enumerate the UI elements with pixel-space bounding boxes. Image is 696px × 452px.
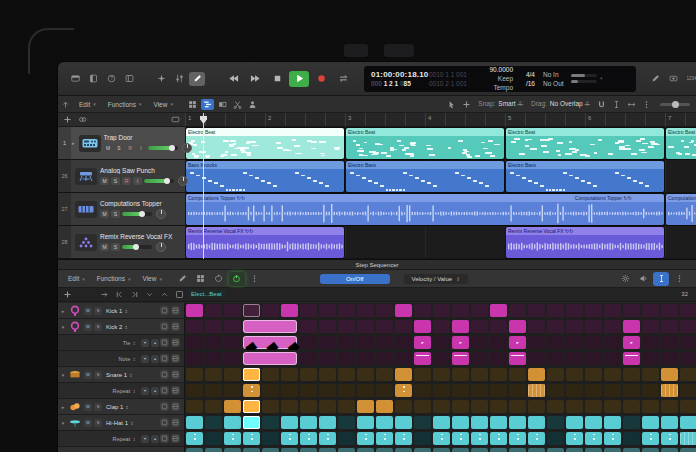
pan-knob[interactable] (156, 209, 166, 219)
step-cell[interactable] (528, 320, 545, 333)
step-cell[interactable] (414, 400, 431, 413)
back-icon[interactable] (59, 99, 72, 110)
step-cell[interactable] (338, 336, 355, 349)
region-computations-topper[interactable]: Computations Topper ↻↻Computations Toppe… (186, 194, 664, 225)
row-pattern-icon[interactable] (160, 402, 169, 411)
step-cell[interactable] (547, 336, 564, 349)
step-cell[interactable] (509, 304, 526, 317)
step-cell[interactable] (623, 368, 640, 381)
step-cell[interactable] (661, 416, 678, 429)
step-cell[interactable] (300, 416, 317, 429)
drag-dropdown[interactable]: Drag:No Overlap ⇕ (531, 100, 590, 108)
pattern-length-badge[interactable]: 32 (681, 291, 688, 297)
zoom-slider[interactable] (660, 103, 690, 106)
live-pattern-icon[interactable] (229, 272, 245, 286)
step-cell[interactable] (224, 384, 241, 397)
step-cell[interactable] (528, 448, 545, 452)
step-cell[interactable] (642, 384, 659, 397)
step-cell[interactable] (490, 416, 507, 429)
step-cell[interactable] (300, 368, 317, 381)
lcd-division[interactable]: /16 (521, 79, 535, 88)
step-cell[interactable] (357, 336, 374, 349)
shift-left-icon[interactable] (113, 289, 126, 300)
step-cell[interactable] (528, 304, 545, 317)
magnet-icon[interactable] (595, 99, 608, 110)
brush-icon[interactable] (175, 272, 191, 286)
row-header[interactable]: ▾MSSnare 1⇕ (58, 367, 185, 382)
step-cell[interactable] (319, 416, 336, 429)
add-track-button[interactable] (61, 114, 74, 125)
step-cell[interactable] (243, 304, 260, 317)
step-cell[interactable] (338, 320, 355, 333)
step-cell[interactable] (547, 320, 564, 333)
step-cell[interactable] (224, 416, 241, 429)
step-cell[interactable] (490, 368, 507, 381)
step-cell[interactable] (509, 448, 526, 452)
track-name[interactable]: Remix Reverse Vocal FX (100, 233, 185, 240)
step-cell[interactable] (186, 368, 203, 381)
region-electro-bass[interactable]: Electro Bass (346, 161, 504, 192)
step-cell[interactable] (566, 416, 583, 429)
step-cell[interactable] (566, 384, 583, 397)
row-mute-button[interactable]: M (84, 371, 92, 379)
solo-button[interactable]: S (111, 243, 120, 251)
step-cell[interactable] (452, 400, 469, 413)
step-cell[interactable] (528, 432, 545, 445)
row-header[interactable]: Repeat⇕▾▴ (58, 431, 185, 446)
toolbar-toggle-icon[interactable] (67, 72, 83, 86)
row-disclosure-icon[interactable]: ▾ (58, 324, 68, 330)
duplicate-track-button[interactable] (76, 114, 89, 125)
step-cell[interactable] (395, 336, 412, 349)
step-cell[interactable] (642, 352, 659, 365)
step-cell[interactable] (357, 320, 374, 333)
row-mute-button[interactable]: M (84, 323, 92, 331)
step-cell[interactable]: ▸ (623, 336, 640, 349)
step-cell[interactable] (414, 304, 431, 317)
step-cell[interactable] (509, 432, 526, 445)
step-cell[interactable] (300, 400, 317, 413)
step-cell[interactable] (414, 384, 431, 397)
step-cell[interactable] (490, 304, 507, 317)
zoom-menu-icon[interactable] (671, 272, 687, 286)
row-settings-icon[interactable] (171, 418, 180, 427)
cycle-button[interactable] (333, 71, 353, 87)
step-cell[interactable] (680, 368, 696, 381)
step-cell[interactable] (680, 384, 696, 397)
step-cell[interactable] (623, 384, 640, 397)
step-cell[interactable] (661, 304, 678, 317)
step-cell[interactable] (528, 416, 545, 429)
step-cell[interactable] (395, 384, 412, 397)
subrow-decrement-button[interactable]: ▾ (141, 339, 149, 347)
marquee-icon[interactable] (653, 272, 669, 286)
step-cell[interactable] (604, 416, 621, 429)
step-cell[interactable] (680, 320, 696, 333)
step-cell[interactable] (376, 384, 393, 397)
row-disclosure-icon[interactable]: ▾ (58, 372, 68, 378)
step-cell[interactable] (604, 384, 621, 397)
step-cell[interactable] (262, 416, 279, 429)
step-cell[interactable] (338, 432, 355, 445)
step-cell[interactable] (186, 352, 203, 365)
step-cell[interactable] (243, 384, 260, 397)
lcd-time-signature[interactable]: 4/4 (521, 70, 535, 79)
step-cell[interactable] (623, 352, 640, 365)
step-cell[interactable] (186, 320, 203, 333)
edit-mode-dropdown[interactable]: Velocity / Value⇕ (404, 274, 469, 284)
mute-button[interactable]: M (104, 144, 113, 152)
transpose-down-icon[interactable] (143, 289, 156, 300)
step-cell[interactable] (243, 432, 260, 445)
step-cell[interactable] (224, 336, 241, 349)
step-cell[interactable] (205, 320, 222, 333)
step-cell[interactable] (623, 400, 640, 413)
row-solo-button[interactable]: S (94, 403, 102, 411)
step-cell[interactable] (547, 400, 564, 413)
menu-view[interactable]: View▾ (153, 101, 173, 108)
step-cell[interactable] (433, 336, 450, 349)
step-cell[interactable] (433, 384, 450, 397)
row-pattern-icon[interactable] (160, 370, 169, 379)
step-cell[interactable] (205, 416, 222, 429)
region-grid-icon[interactable] (186, 99, 199, 110)
step-cell[interactable] (566, 336, 583, 349)
row-pattern-icon[interactable] (160, 322, 169, 331)
step-cell[interactable] (661, 352, 678, 365)
